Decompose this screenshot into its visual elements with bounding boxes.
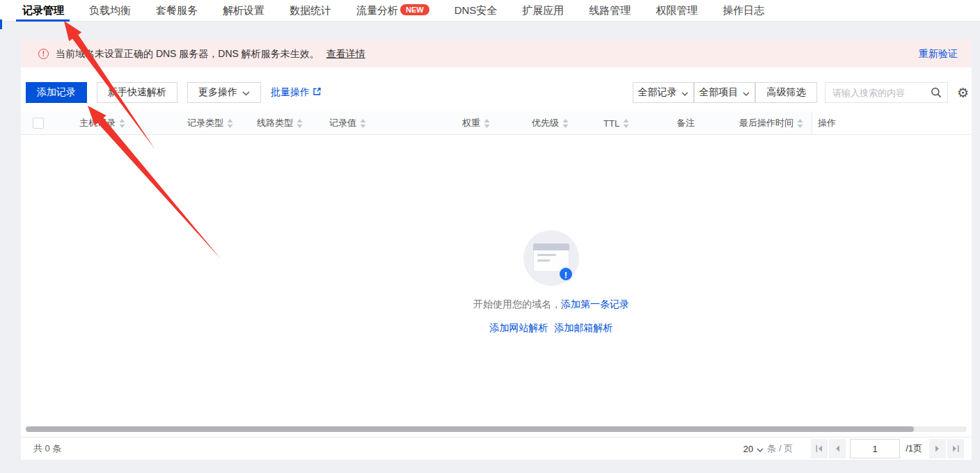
revalidate-link[interactable]: 重新验证: [919, 48, 958, 61]
empty-hint: 开始使用您的域名，添加第一条记录: [440, 298, 663, 311]
warning-icon: !: [38, 49, 49, 59]
toolbar-right: 全部记录 全部项目 高级筛选 ⚙: [633, 82, 969, 103]
column-header-line[interactable]: 线路类型: [257, 111, 303, 135]
tab-traffic-analysis[interactable]: 流量分析NEW: [356, 0, 429, 22]
sort-icon[interactable]: [562, 119, 569, 128]
empty-state: ! 开始使用您的域名，添加第一条记录 添加网站解析 添加邮箱解析: [440, 230, 663, 335]
column-label: 主机记录: [79, 117, 116, 129]
tab-label: 权限管理: [656, 4, 697, 17]
column-header-ttl[interactable]: TTL: [603, 111, 629, 135]
tab-resolution-settings[interactable]: 解析设置: [223, 0, 264, 22]
chevron-down-icon: [743, 87, 750, 98]
column-label: 记录类型: [187, 117, 223, 129]
tab-label: 扩展应用: [522, 4, 564, 17]
tab-line-management[interactable]: 线路管理: [589, 0, 631, 22]
tab-record-management[interactable]: 记录管理: [22, 0, 64, 22]
page-size-unit: 条 / 页: [767, 442, 793, 455]
add-website-resolution-link[interactable]: 添加网站解析: [490, 322, 548, 335]
tab-label: 线路管理: [589, 4, 631, 17]
chevron-down-icon: [242, 87, 250, 98]
tab-label: 负载均衡: [89, 4, 131, 17]
column-label: 权重: [462, 117, 480, 129]
column-header-operation: 操作: [818, 111, 836, 135]
tab-label: 数据统计: [290, 4, 331, 17]
alert-message: 当前域名未设置正确的 DNS 服务器，DNS 解析服务未生效。: [56, 48, 319, 61]
column-label: 操作: [818, 117, 836, 129]
more-actions-label: 更多操作: [198, 86, 237, 99]
chevron-down-icon: [757, 444, 764, 454]
sort-icon[interactable]: [484, 119, 490, 128]
exclamation-badge-icon: !: [558, 266, 574, 282]
sort-icon[interactable]: [119, 119, 125, 128]
empty-hint-text: 开始使用您的域名，: [473, 298, 561, 310]
prev-page-button[interactable]: [829, 439, 846, 458]
empty-state-icon: !: [523, 230, 579, 286]
top-nav: 记录管理 负载均衡 套餐服务 解析设置 数据统计 流量分析NEW DNS安全 扩…: [0, 0, 980, 22]
sort-icon[interactable]: [297, 119, 303, 128]
sort-icon[interactable]: [360, 119, 366, 128]
tab-permission-management[interactable]: 权限管理: [656, 0, 697, 22]
quick-resolve-button[interactable]: 新手快速解析: [97, 82, 177, 103]
tab-label: DNS安全: [455, 4, 498, 17]
tab-label: 操作日志: [722, 4, 764, 17]
total-count: 共 0 条: [33, 442, 61, 455]
search-icon[interactable]: [931, 87, 942, 98]
column-header-type[interactable]: 记录类型: [187, 111, 233, 135]
tab-data-statistics[interactable]: 数据统计: [290, 0, 331, 22]
column-header-weight[interactable]: 权重: [462, 111, 490, 135]
column-header-host[interactable]: 主机记录: [79, 111, 125, 135]
last-page-button[interactable]: [947, 439, 964, 458]
search-input[interactable]: [832, 88, 931, 98]
tab-extensions[interactable]: 扩展应用: [522, 0, 564, 22]
record-filter-label: 全部记录: [638, 86, 677, 99]
tab-label: 解析设置: [223, 4, 264, 17]
column-header-last-op-time[interactable]: 最后操作时间: [739, 111, 803, 135]
tab-operation-log[interactable]: 操作日志: [722, 0, 764, 22]
chevron-down-icon: [681, 87, 688, 98]
add-mail-resolution-link[interactable]: 添加邮箱解析: [555, 322, 613, 335]
new-badge: NEW: [400, 4, 429, 15]
column-header-remark: 备注: [677, 111, 695, 135]
project-filter-select[interactable]: 全部项目: [694, 82, 755, 103]
project-filter-label: 全部项目: [699, 86, 738, 99]
column-label: 线路类型: [257, 117, 293, 129]
horizontal-scrollbar-track[interactable]: [26, 426, 967, 432]
sort-icon[interactable]: [623, 119, 629, 128]
first-page-button[interactable]: [811, 439, 828, 458]
add-first-record-link[interactable]: 添加第一条记录: [561, 298, 629, 310]
select-all-checkbox[interactable]: [33, 118, 44, 129]
column-header-value[interactable]: 记录值: [329, 111, 366, 135]
total-pages-label: /1页: [906, 442, 922, 455]
column-label: 最后操作时间: [739, 117, 793, 129]
dns-warning-alert: ! 当前域名未设置正确的 DNS 服务器，DNS 解析服务未生效。 查看详情 重…: [21, 40, 972, 67]
column-label: 记录值: [329, 117, 356, 129]
record-filter-select[interactable]: 全部记录: [633, 82, 694, 103]
tab-load-balancing[interactable]: 负载均衡: [89, 0, 131, 22]
page-size-value: 20: [743, 444, 753, 454]
tab-dns-security[interactable]: DNS安全: [455, 0, 498, 22]
batch-actions-link[interactable]: 批量操作: [271, 86, 322, 99]
next-page-button[interactable]: [929, 439, 946, 458]
more-actions-button[interactable]: 更多操作: [187, 82, 261, 103]
tab-label: 套餐服务: [156, 4, 198, 17]
add-record-button[interactable]: 添加记录: [26, 82, 87, 103]
table-header: 主机记录 记录类型 线路类型 记录值 权重 优先级 TTL 备注 最后操作时间 …: [21, 111, 972, 135]
sort-icon[interactable]: [797, 119, 803, 128]
sort-icon[interactable]: [227, 119, 233, 128]
page-size-select[interactable]: 20 条 / 页: [743, 442, 793, 455]
column-header-priority[interactable]: 优先级: [532, 111, 569, 135]
search-box: [825, 82, 948, 103]
table-footer: 共 0 条 20 条 / 页 /1页: [21, 437, 972, 460]
toolbar: 添加记录 新手快速解析 更多操作 批量操作 全部记录 全部项目 高级筛选: [21, 82, 972, 103]
column-label: TTL: [603, 118, 619, 129]
column-label: 备注: [677, 117, 695, 129]
view-details-link[interactable]: 查看详情: [326, 48, 365, 61]
pagination: /1页: [809, 439, 964, 458]
tab-label: 流量分析: [356, 4, 398, 17]
current-page-input[interactable]: [850, 439, 900, 458]
advanced-filter-button[interactable]: 高级筛选: [755, 82, 817, 103]
gear-icon[interactable]: ⚙: [957, 86, 969, 99]
tab-plan-service[interactable]: 套餐服务: [156, 0, 198, 22]
external-link-icon: [313, 87, 322, 98]
horizontal-scrollbar-thumb[interactable]: [26, 426, 914, 432]
